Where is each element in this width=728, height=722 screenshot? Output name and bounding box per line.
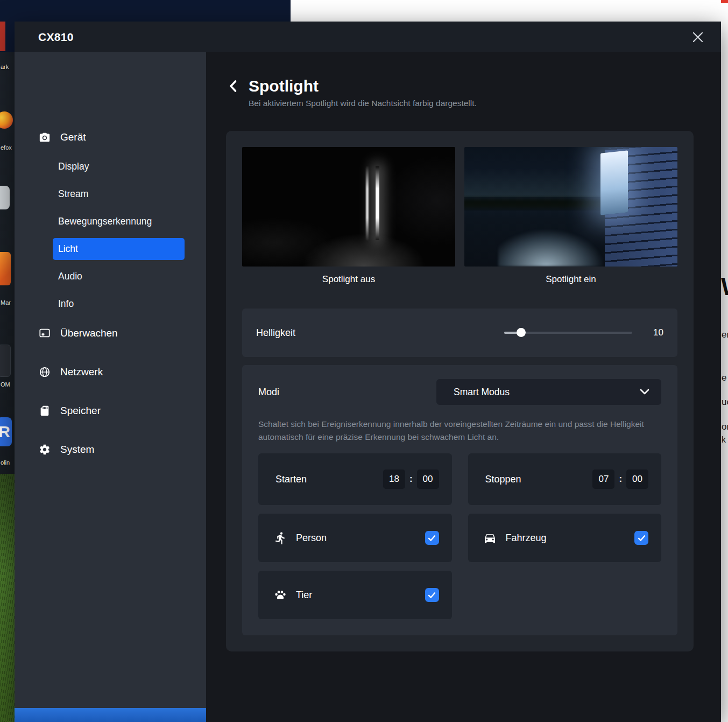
modes-box: Modi Smart Modus Schaltet sich bei Ereig… — [242, 365, 677, 635]
sidebar-item-ueberwachen[interactable]: Überwachen — [15, 318, 206, 349]
window-title: CX810 — [38, 31, 74, 44]
spotlight-on-image — [464, 147, 677, 267]
desktop-icon-fragment — [0, 22, 5, 51]
modes-header: Modi Smart Modus — [258, 379, 661, 405]
content-area: Spotlight Bei aktiviertem Spotlight wird… — [206, 52, 721, 722]
desktop-label-fragment: efox — [1, 144, 12, 151]
stop-time-group: 07 : 00 — [592, 469, 648, 489]
detection-tier-row: Tier — [258, 571, 452, 619]
person-checkbox[interactable] — [425, 531, 439, 545]
chevron-down-icon — [640, 389, 649, 395]
background-page-top — [291, 0, 728, 22]
cx810-settings-dialog: CX810 Gerät Dis — [15, 22, 721, 722]
page-subtitle: Bei aktiviertem Spotlight wird die Nacht… — [249, 99, 721, 108]
back-icon — [228, 79, 238, 93]
desktop-icon-fragment — [0, 186, 10, 209]
schedule-grid: Starten 18 : 00 Stoppen 07 : — [258, 453, 661, 619]
preview-row: Spotlight aus Spotlight ein — [242, 147, 677, 285]
tier-checkbox[interactable] — [425, 588, 439, 602]
dialog-titlebar: CX810 — [15, 22, 721, 52]
sidebar: Gerät Display Stream Bewegungserkennung … — [15, 52, 206, 708]
background-red-mark — [721, 0, 728, 3]
brightness-value: 10 — [639, 327, 663, 338]
taskbar-fragment — [15, 708, 206, 722]
brightness-label: Helligkeit — [256, 327, 295, 339]
sidebar-item-licht[interactable]: Licht — [53, 238, 185, 260]
desktop-label-fragment: OM — [1, 381, 10, 388]
spotlight-off-image — [242, 147, 455, 267]
check-icon — [428, 535, 436, 542]
car-icon — [483, 531, 497, 545]
detection-person-row: Person — [258, 514, 452, 562]
desktop-label-fragment: Mar — [1, 299, 11, 306]
sidebar-item-stream[interactable]: Stream — [15, 180, 206, 208]
background-text-fragment: on — [722, 422, 728, 432]
person-running-icon — [273, 531, 287, 545]
back-button[interactable] — [226, 79, 240, 93]
sidebar-item-speicher[interactable]: Speicher — [15, 395, 206, 426]
fahrzeug-checkbox[interactable] — [634, 531, 648, 545]
background-text-fragment: en — [722, 330, 728, 340]
start-label: Starten — [275, 474, 307, 485]
background-text-fragment: W — [721, 272, 728, 301]
sidebar-item-label: Gerät — [60, 131, 86, 143]
start-time-group: 18 : 00 — [383, 469, 439, 489]
detection-label: Fahrzeug — [506, 532, 547, 544]
page-title: Spotlight — [249, 77, 319, 95]
mode-dropdown[interactable]: Smart Modus — [436, 379, 661, 405]
mode-selected-value: Smart Modus — [454, 387, 510, 398]
check-icon — [638, 535, 646, 542]
gear-icon — [39, 444, 51, 455]
sidebar-item-system[interactable]: System — [15, 434, 206, 465]
start-minute-input[interactable]: 00 — [417, 469, 439, 489]
desktop-icon-fragment: R — [0, 417, 12, 446]
preview-spotlight-on: Spotlight ein — [464, 147, 677, 285]
sidebar-item-netzwerk[interactable]: Netzwerk — [15, 356, 206, 388]
brightness-row: Helligkeit 10 — [242, 309, 677, 357]
desktop-left-strip: R ark efox Mar OM olin — [0, 0, 15, 722]
desktop-top-left-strip — [15, 0, 291, 22]
time-separator: : — [409, 474, 413, 485]
sidebar-item-display[interactable]: Display — [15, 153, 206, 180]
camera-icon — [39, 131, 51, 143]
time-separator: : — [619, 474, 622, 485]
detection-label: Person — [296, 532, 327, 544]
firefox-icon — [0, 111, 13, 129]
sidebar-item-label: Überwachen — [60, 327, 118, 339]
sidebar-item-audio[interactable]: Audio — [15, 263, 206, 290]
stop-hour-input[interactable]: 07 — [592, 469, 614, 489]
sidebar-item-geraet[interactable]: Gerät — [15, 122, 206, 153]
sidebar-item-label: System — [60, 444, 94, 455]
desktop-label-fragment: ark — [1, 64, 9, 70]
preview-label-off: Spotlight aus — [242, 274, 455, 285]
sidebar-item-bewegungserkennung[interactable]: Bewegungserkennung — [15, 208, 206, 235]
background-page-right: W en e k uc on k a — [721, 0, 728, 722]
desktop-label-fragment: olin — [1, 459, 10, 466]
preview-label-on: Spotlight ein — [464, 274, 677, 285]
background-text-fragment: k a — [722, 435, 728, 445]
storage-icon — [39, 405, 51, 417]
sidebar-item-label: Speicher — [60, 405, 101, 417]
globe-icon — [39, 366, 51, 378]
modes-description: Schaltet sich bei Ereigniserkennung inne… — [258, 418, 659, 444]
check-icon — [428, 592, 436, 599]
stop-minute-input[interactable]: 00 — [626, 469, 648, 489]
start-hour-input[interactable]: 18 — [383, 469, 405, 489]
detection-fahrzeug-row: Fahrzeug — [468, 514, 662, 562]
stop-label: Stoppen — [485, 474, 521, 485]
desktop-icon-fragment — [0, 345, 11, 377]
spotlight-card: Spotlight aus Spotlight ein Helligkeit — [226, 131, 694, 651]
background-text-fragment: e k — [722, 373, 728, 383]
preview-spotlight-off: Spotlight aus — [242, 147, 455, 285]
brightness-slider[interactable] — [504, 328, 632, 338]
sidebar-item-label: Netzwerk — [60, 366, 103, 378]
page-header: Spotlight — [226, 77, 721, 95]
desktop-icon-fragment — [0, 252, 11, 285]
background-text-fragment: uc — [722, 397, 728, 408]
stop-time-row: Stoppen 07 : 00 — [468, 453, 662, 505]
device-sub-menu: Display Stream Bewegungserkennung Licht … — [15, 153, 206, 318]
sidebar-item-info[interactable]: Info — [15, 290, 206, 318]
slider-thumb[interactable] — [517, 328, 526, 337]
close-button[interactable] — [690, 29, 706, 45]
modes-label: Modi — [258, 387, 279, 398]
